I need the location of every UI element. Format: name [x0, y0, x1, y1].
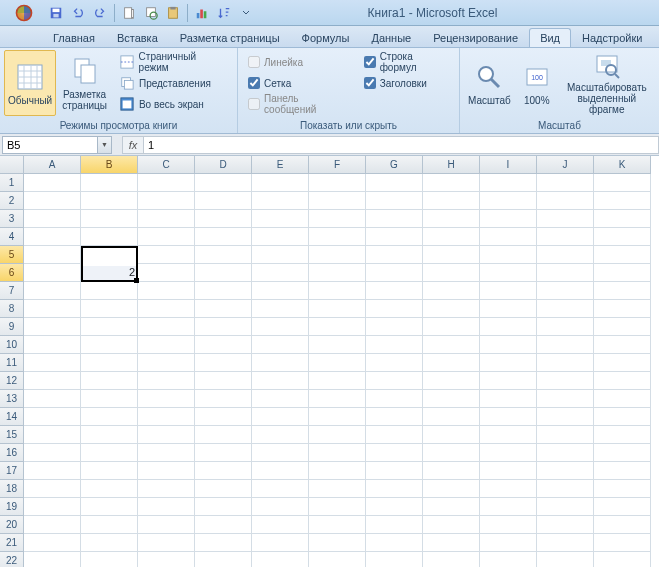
- cell-B19[interactable]: [81, 498, 138, 516]
- cell-J2[interactable]: [537, 192, 594, 210]
- cell-I13[interactable]: [480, 390, 537, 408]
- cell-F11[interactable]: [309, 354, 366, 372]
- row-header-10[interactable]: 10: [0, 336, 24, 354]
- cell-C2[interactable]: [138, 192, 195, 210]
- cell-C21[interactable]: [138, 534, 195, 552]
- cell-G5[interactable]: [366, 246, 423, 264]
- cell-F2[interactable]: [309, 192, 366, 210]
- cell-B22[interactable]: [81, 552, 138, 567]
- full-screen-button[interactable]: Во весь экран: [115, 94, 231, 114]
- cell-H9[interactable]: [423, 318, 480, 336]
- cell-J22[interactable]: [537, 552, 594, 567]
- cell-D15[interactable]: [195, 426, 252, 444]
- cell-H18[interactable]: [423, 480, 480, 498]
- zoom-button[interactable]: Масштаб: [464, 50, 515, 116]
- cell-H5[interactable]: [423, 246, 480, 264]
- cell-B7[interactable]: [81, 282, 138, 300]
- row-header-2[interactable]: 2: [0, 192, 24, 210]
- cell-I9[interactable]: [480, 318, 537, 336]
- cell-K20[interactable]: [594, 516, 651, 534]
- column-header-E[interactable]: E: [252, 156, 309, 174]
- cell-C9[interactable]: [138, 318, 195, 336]
- cell-G3[interactable]: [366, 210, 423, 228]
- zoom-to-selection-button[interactable]: Масштабировать выделенный фрагме: [559, 50, 655, 116]
- cell-D18[interactable]: [195, 480, 252, 498]
- cell-B14[interactable]: [81, 408, 138, 426]
- cell-B1[interactable]: [81, 174, 138, 192]
- cell-E4[interactable]: [252, 228, 309, 246]
- cell-F7[interactable]: [309, 282, 366, 300]
- cell-B8[interactable]: [81, 300, 138, 318]
- formula-input[interactable]: [144, 136, 659, 154]
- formula-bar-checkbox[interactable]: Строка формул: [360, 52, 453, 72]
- cell-C10[interactable]: [138, 336, 195, 354]
- cell-I18[interactable]: [480, 480, 537, 498]
- cell-A17[interactable]: [24, 462, 81, 480]
- cell-G10[interactable]: [366, 336, 423, 354]
- cell-K12[interactable]: [594, 372, 651, 390]
- cell-G15[interactable]: [366, 426, 423, 444]
- cell-H14[interactable]: [423, 408, 480, 426]
- cell-K13[interactable]: [594, 390, 651, 408]
- cell-I2[interactable]: [480, 192, 537, 210]
- cell-K21[interactable]: [594, 534, 651, 552]
- tab-addins[interactable]: Надстройки: [571, 28, 653, 47]
- cell-B17[interactable]: [81, 462, 138, 480]
- cell-E3[interactable]: [252, 210, 309, 228]
- headings-checkbox[interactable]: Заголовки: [360, 73, 453, 93]
- office-button[interactable]: [6, 1, 42, 25]
- column-header-G[interactable]: G: [366, 156, 423, 174]
- row-header-18[interactable]: 18: [0, 480, 24, 498]
- row-header-6[interactable]: 6: [0, 264, 24, 282]
- cell-I21[interactable]: [480, 534, 537, 552]
- row-header-4[interactable]: 4: [0, 228, 24, 246]
- cell-G9[interactable]: [366, 318, 423, 336]
- row-header-19[interactable]: 19: [0, 498, 24, 516]
- fx-button[interactable]: fx: [122, 136, 144, 154]
- custom-views-button[interactable]: Представления: [115, 73, 231, 93]
- row-header-13[interactable]: 13: [0, 390, 24, 408]
- cell-A9[interactable]: [24, 318, 81, 336]
- cell-F22[interactable]: [309, 552, 366, 567]
- cell-C22[interactable]: [138, 552, 195, 567]
- cell-B20[interactable]: [81, 516, 138, 534]
- cell-J19[interactable]: [537, 498, 594, 516]
- cell-J20[interactable]: [537, 516, 594, 534]
- cell-G1[interactable]: [366, 174, 423, 192]
- cell-I5[interactable]: [480, 246, 537, 264]
- cell-C11[interactable]: [138, 354, 195, 372]
- qat-item-5[interactable]: [141, 3, 161, 23]
- page-break-preview-button[interactable]: Страничный режим: [115, 52, 231, 72]
- cell-H10[interactable]: [423, 336, 480, 354]
- row-header-20[interactable]: 20: [0, 516, 24, 534]
- cell-E8[interactable]: [252, 300, 309, 318]
- cell-C5[interactable]: [138, 246, 195, 264]
- cell-C13[interactable]: [138, 390, 195, 408]
- tab-review[interactable]: Рецензирование: [422, 28, 529, 47]
- cell-I12[interactable]: [480, 372, 537, 390]
- cell-I19[interactable]: [480, 498, 537, 516]
- cell-B9[interactable]: [81, 318, 138, 336]
- cell-D12[interactable]: [195, 372, 252, 390]
- cell-C7[interactable]: [138, 282, 195, 300]
- cell-G2[interactable]: [366, 192, 423, 210]
- cell-F13[interactable]: [309, 390, 366, 408]
- cell-F6[interactable]: [309, 264, 366, 282]
- cell-F10[interactable]: [309, 336, 366, 354]
- cell-E12[interactable]: [252, 372, 309, 390]
- cell-H15[interactable]: [423, 426, 480, 444]
- cell-J13[interactable]: [537, 390, 594, 408]
- tab-home[interactable]: Главная: [42, 28, 106, 47]
- cell-G18[interactable]: [366, 480, 423, 498]
- cell-F3[interactable]: [309, 210, 366, 228]
- column-header-H[interactable]: H: [423, 156, 480, 174]
- cell-J4[interactable]: [537, 228, 594, 246]
- cell-G11[interactable]: [366, 354, 423, 372]
- cell-F8[interactable]: [309, 300, 366, 318]
- cell-E15[interactable]: [252, 426, 309, 444]
- cell-J14[interactable]: [537, 408, 594, 426]
- cell-D22[interactable]: [195, 552, 252, 567]
- cell-F15[interactable]: [309, 426, 366, 444]
- cell-H6[interactable]: [423, 264, 480, 282]
- cell-B15[interactable]: [81, 426, 138, 444]
